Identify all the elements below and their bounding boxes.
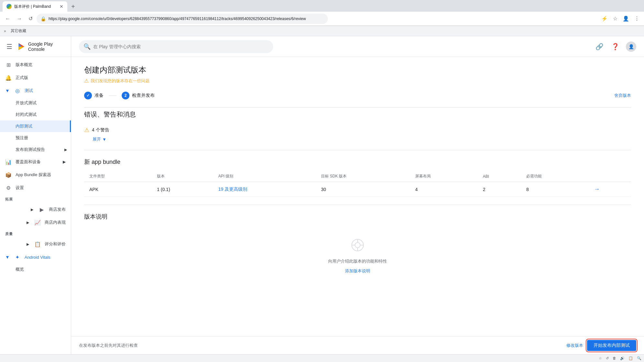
sidebar-item-testing[interactable]: ▼ ◎ 测试 (0, 84, 71, 97)
android-vitals-icon: ✦ (14, 254, 21, 260)
add-notes-link[interactable]: 添加版本说明 (345, 268, 370, 274)
th-version: 版本 (152, 171, 213, 182)
settings-icon: ⚙ (5, 185, 12, 191)
sidebar-item-vitals-overview[interactable]: 概览 (0, 264, 71, 275)
step-2-circle: 2 (122, 92, 129, 99)
tab-title: 版本评价 | PalmBand (14, 4, 57, 9)
sidebar-item-coverage[interactable]: 📊 覆盖面和设备 ▶ (0, 155, 71, 168)
status-search: 🔍 (637, 356, 641, 360)
refresh-button[interactable]: ↺ (26, 14, 35, 23)
content-area: 创建内部测试版本 ⚠ 我们发现您的版本存在一些问题 ✓ 准备 2 检查并发布 (71, 57, 644, 336)
sidebar-item-android-vitals[interactable]: ▼ ✦ Android Vitals (0, 251, 71, 264)
release-icon: 🔔 (5, 74, 12, 81)
coverage-chevron: ▶ (63, 160, 66, 164)
search-input[interactable] (79, 40, 273, 53)
active-tab[interactable]: 版本评价 | PalmBand ✕ (3, 1, 67, 12)
sidebar-label-overview: 版本概览 (16, 62, 32, 68)
back-button[interactable]: ← (3, 15, 13, 23)
row-arrow-link[interactable]: → (594, 186, 600, 192)
sidebar-item-closed-testing[interactable]: 封闭式测试 (0, 109, 71, 120)
expand-button[interactable]: 展开 ▼ (93, 136, 106, 142)
new-tab-button[interactable]: + (69, 1, 78, 12)
cell-api-level: 19 及更高级别 (213, 182, 316, 197)
overview-icon: ⊞ (5, 62, 12, 68)
extensions-button[interactable]: ⚡ (599, 14, 610, 23)
warning-icon: ⚠ (84, 78, 89, 84)
top-bar: 🔍 🔗 ❓ 👤 (71, 36, 644, 57)
errors-title: 错误、警告和消息 (84, 110, 631, 119)
avatar[interactable]: 👤 (626, 41, 636, 52)
version-notes-section: 版本说明 向用户介绍此版本的功能和特 (84, 213, 631, 287)
cell-version: 1 (0.1) (152, 182, 213, 197)
ratings-expand: ▶ (27, 242, 29, 246)
th-file-type: 文件类型 (84, 171, 152, 182)
step-1-label: 准备 (94, 93, 104, 98)
th-required-features: 必需功能 (521, 171, 589, 182)
shop-publish-icon: ▶ (39, 206, 45, 213)
sidebar-label-vitals-overview: 概览 (16, 266, 24, 272)
forward-button[interactable]: → (14, 15, 25, 23)
expand-chevron: ▼ (102, 137, 106, 142)
sidebar-label-open-testing: 开放式测试 (16, 100, 37, 106)
sidebar-item-shop-performance[interactable]: ▶ 📈 商店内表现 (0, 216, 71, 229)
hamburger-button[interactable]: ☰ (5, 41, 14, 52)
sidebar-header: ☰ Google Play Console (0, 36, 71, 57)
sidebar-item-settings[interactable]: ⚙ 设置 (0, 181, 71, 194)
warning-text: 我们发现您的版本存在一些问题 (91, 78, 150, 84)
version-notes-title: 版本说明 (84, 213, 631, 221)
th-action (589, 171, 631, 182)
page-warning: ⚠ 我们发现您的版本存在一些问题 (84, 78, 631, 84)
publish-button[interactable]: 开始发布内部测试 (587, 340, 636, 351)
cell-screen-layout: 4 (410, 182, 478, 197)
errors-section: 错误、警告和消息 ⚠ 4 个警告 展开 ▼ (84, 110, 631, 142)
cell-action[interactable]: → (589, 182, 631, 197)
cell-file-type: APK (84, 182, 152, 197)
sidebar-item-release[interactable]: 🔔 正式版 (0, 71, 71, 84)
page-title: 创建内部测试版本 (84, 65, 631, 75)
help-button[interactable]: ❓ (610, 41, 621, 52)
status-sound: 🔊 (620, 356, 625, 360)
table-row: APK 1 (0.1) 19 及更高级别 30 4 2 8 → (84, 182, 631, 197)
top-bar-actions: 🔗 ❓ 👤 (594, 41, 636, 52)
link-button[interactable]: 🔗 (594, 41, 605, 52)
th-abi: ABI (478, 171, 521, 182)
sidebar-item-internal-testing[interactable]: 内部测试 (0, 120, 71, 132)
shop-perf-expand: ▶ (27, 221, 29, 225)
ratings-icon: 📋 (34, 241, 41, 247)
status-copy: 📋 (628, 356, 633, 360)
sidebar-label-android-vitals: Android Vitals (25, 255, 50, 260)
abandon-button[interactable]: 舍弃版本 (614, 93, 631, 98)
sidebar-item-pre-launch[interactable]: 发布前测试报告 ▶ (0, 144, 71, 155)
sidebar-label-settings: 设置 (16, 185, 24, 191)
th-api-level: API 级别 (213, 171, 316, 182)
bookmarks-bar: » 其它收藏 (0, 26, 644, 36)
tab-bar: 版本评价 | PalmBand ✕ + (0, 0, 644, 12)
sidebar-label-coverage: 覆盖面和设备 (16, 159, 41, 165)
step-1: ✓ 准备 (84, 92, 104, 99)
url-bar[interactable]: 🔒 https://play.google.com/console/u/0/de… (37, 14, 328, 24)
empty-state: 向用户介绍此版本的功能和特性 添加版本说明 (84, 226, 631, 287)
modify-button[interactable]: 修改版本 (566, 343, 583, 348)
tab-close-button[interactable]: ✕ (60, 4, 63, 9)
sidebar-item-shop-publish[interactable]: ▶ ▶ 商店发布 (0, 203, 71, 216)
bookmark-button[interactable]: ☆ (611, 14, 619, 23)
logo-text: Google Play Console (28, 41, 66, 52)
bookmark-item[interactable]: 其它收藏 (9, 28, 28, 34)
api-level-link[interactable]: 19 及更高级别 (218, 187, 247, 192)
sidebar-label-pre-launch: 发布前测试报告 (16, 147, 45, 153)
profile-button[interactable]: 👤 (621, 14, 631, 23)
sidebar-item-app-bundle[interactable]: 📦 App Bundle 探索器 (0, 168, 71, 181)
url-text: https://play.google.com/console/u/0/deve… (49, 17, 324, 21)
tab-favicon (6, 4, 12, 9)
shop-perf-icon: 📈 (34, 219, 41, 226)
sidebar-item-ratings[interactable]: ▶ 📋 评分和评价 (0, 238, 71, 251)
status-icons: ☆ ↺ 🗑 🔊 📋 🔍 (599, 356, 641, 360)
sidebar-item-overview[interactable]: ⊞ 版本概览 (0, 58, 71, 71)
sidebar-item-open-testing[interactable]: 开放式测试 (0, 97, 71, 109)
sidebar-item-pre-register[interactable]: 预注册 (0, 132, 71, 144)
search-container: 🔍 (79, 40, 273, 53)
address-bar: ← → ↺ 🔒 https://play.google.com/console/… (0, 12, 644, 26)
empty-state-desc: 向用户介绍此版本的功能和特性 (328, 258, 387, 264)
status-delete: 🗑 (613, 356, 616, 360)
menu-button[interactable]: ⋮ (632, 14, 641, 23)
